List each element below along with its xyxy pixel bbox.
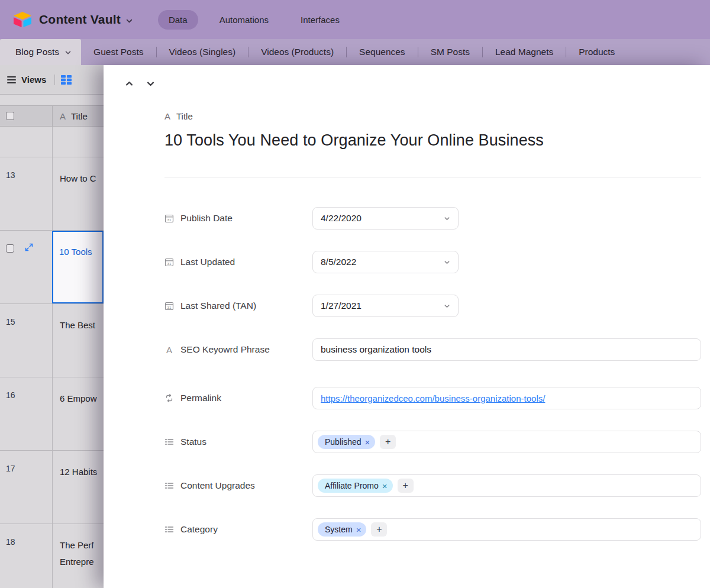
- cell-title[interactable]: 12 Habits: [52, 451, 104, 524]
- row-number: 16: [6, 390, 15, 400]
- field-label: Content Upgrades: [164, 479, 312, 493]
- views-button[interactable]: Views: [21, 75, 46, 85]
- publish-date-value: 4/22/2020: [321, 213, 362, 224]
- status-pill[interactable]: Published ×: [318, 435, 375, 449]
- last-updated-select[interactable]: 8/5/2022: [312, 251, 459, 273]
- remove-pill-icon[interactable]: ×: [382, 482, 388, 490]
- chevron-down-icon: [64, 49, 72, 56]
- chevron-down-icon: [444, 259, 450, 266]
- calendar-icon: 31: [164, 257, 174, 267]
- seo-keyword-input[interactable]: business organization tools: [312, 338, 701, 361]
- divider: [164, 177, 701, 177]
- add-content-upgrade-button[interactable]: +: [398, 479, 414, 493]
- row-number: 15: [6, 317, 15, 327]
- status-field[interactable]: Published × +: [312, 431, 701, 453]
- multiselect-icon: [164, 525, 174, 534]
- views-menu-icon[interactable]: [7, 76, 16, 83]
- last-updated-value: 8/5/2022: [321, 257, 356, 267]
- content-upgrade-pill[interactable]: Affiliate Promo ×: [318, 479, 393, 493]
- url-field-icon: [164, 393, 174, 403]
- publish-date-select[interactable]: 4/22/2020: [312, 207, 459, 230]
- select-all-checkbox[interactable]: [6, 112, 14, 120]
- add-status-button[interactable]: +: [380, 435, 396, 449]
- row-checkbox[interactable]: [6, 244, 14, 253]
- table-row[interactable]: [0, 127, 104, 157]
- last-shared-select[interactable]: 1/27/2021: [312, 295, 459, 317]
- field-label: A SEO Keyowrd Phrase: [164, 343, 312, 357]
- add-category-button[interactable]: +: [371, 522, 387, 537]
- field-row-publish-date: 31 Publish Date 4/22/2020: [164, 207, 701, 230]
- table-row[interactable]: 13 How to C: [0, 157, 104, 231]
- app-title[interactable]: Content Vault: [39, 12, 121, 27]
- calendar-icon: 31: [164, 214, 174, 223]
- field-label: Permalink: [164, 391, 312, 405]
- table-tab-blog-posts[interactable]: Blog Posts: [0, 39, 81, 65]
- cell-title[interactable]: 6 Empow: [52, 377, 104, 450]
- app-logo-icon[interactable]: [13, 11, 33, 28]
- field-label: 31 Last Shared (TAN): [164, 299, 312, 313]
- table-tab-sequences[interactable]: Sequences: [347, 39, 418, 65]
- multiselect-icon: [164, 437, 174, 447]
- row-number: 13: [6, 170, 15, 180]
- table-tab-guest-posts[interactable]: Guest Posts: [81, 39, 156, 65]
- category-pill[interactable]: System ×: [318, 522, 366, 537]
- text-field-icon: A: [164, 345, 174, 354]
- table-row[interactable]: 16 6 Empow: [0, 377, 104, 451]
- cell-title[interactable]: The Perf Entrepre: [52, 524, 104, 588]
- chevron-down-icon[interactable]: [125, 17, 133, 25]
- next-record-button[interactable]: [143, 76, 158, 91]
- column-header-title[interactable]: A Title: [52, 106, 104, 126]
- table-row-selected[interactable]: 10 Tools: [0, 231, 104, 304]
- table-row[interactable]: 18 The Perf Entrepre: [0, 524, 104, 588]
- views-toolbar: Views: [0, 65, 104, 95]
- remove-pill-icon[interactable]: ×: [356, 525, 362, 534]
- multiselect-icon: [164, 481, 174, 490]
- record-body: A Title 10 Tools You Need to Organize Yo…: [104, 102, 710, 541]
- grid-spacer: [0, 95, 104, 105]
- record-nav-toolbar: [104, 65, 710, 102]
- svg-text:31: 31: [167, 305, 172, 309]
- table-row[interactable]: 15 The Best: [0, 304, 104, 377]
- permalink-field[interactable]: https://theorganizedceo.com/business-org…: [312, 387, 701, 409]
- text-field-icon: A: [60, 112, 66, 121]
- seo-keyword-value: business organization tools: [321, 344, 431, 355]
- cell-title[interactable]: The Best: [52, 304, 104, 377]
- field-row-category: Category System × +: [164, 518, 701, 541]
- permalink-link[interactable]: https://theorganizedceo.com/business-org…: [321, 393, 545, 403]
- table-row[interactable]: 17 12 Habits: [0, 451, 104, 524]
- table-tab-videos-singles[interactable]: Videos (Singles): [157, 39, 248, 65]
- expanded-record-modal: A Title 10 Tools You Need to Organize Yo…: [104, 65, 710, 588]
- field-label: 31 Last Updated: [164, 255, 312, 269]
- row-number: 17: [6, 464, 15, 473]
- field-row-status: Status Published × +: [164, 431, 701, 453]
- nav-tab-interfaces[interactable]: Interfaces: [290, 10, 350, 30]
- content-upgrades-field[interactable]: Affiliate Promo × +: [312, 474, 701, 497]
- field-row-last-shared: 31 Last Shared (TAN) 1/27/2021: [164, 295, 701, 317]
- table-tab-lead-magnets[interactable]: Lead Magnets: [483, 39, 566, 65]
- field-row-permalink: Permalink https://theorganizedceo.com/bu…: [164, 387, 701, 409]
- field-label: Status: [164, 435, 312, 449]
- last-shared-value: 1/27/2021: [321, 301, 362, 311]
- record-title[interactable]: 10 Tools You Need to Organize Your Onlin…: [164, 131, 701, 150]
- field-label: Category: [164, 522, 312, 537]
- svg-text:31: 31: [167, 218, 172, 222]
- title-field-label: A Title: [164, 111, 701, 121]
- field-row-content-upgrades: Content Upgrades Affiliate Promo × +: [164, 474, 701, 497]
- field-label: 31 Publish Date: [164, 211, 312, 225]
- row-number: 18: [6, 537, 15, 547]
- table-tab-products[interactable]: Products: [566, 39, 627, 65]
- table-tab-sm-posts[interactable]: SM Posts: [418, 39, 482, 65]
- previous-record-button[interactable]: [121, 76, 137, 91]
- grid-view-icon[interactable]: [61, 75, 72, 85]
- nav-tab-automations[interactable]: Automations: [209, 10, 279, 30]
- cell-title[interactable]: How to C: [52, 157, 104, 230]
- grid-header-row: A Title: [0, 105, 104, 127]
- calendar-icon: 31: [164, 301, 174, 311]
- chevron-down-icon: [444, 215, 450, 222]
- category-field[interactable]: System × +: [312, 518, 701, 541]
- remove-pill-icon[interactable]: ×: [365, 438, 370, 447]
- expand-record-icon[interactable]: [25, 243, 33, 251]
- nav-tab-data[interactable]: Data: [158, 10, 198, 30]
- cell-title-active[interactable]: 10 Tools: [52, 231, 104, 303]
- table-tab-videos-products[interactable]: Videos (Products): [248, 39, 346, 65]
